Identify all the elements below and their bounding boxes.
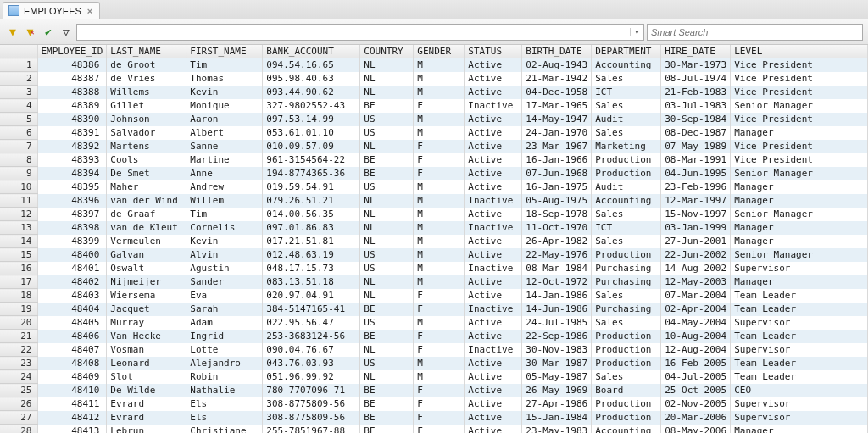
table-row[interactable]: 2248407VosmanLotte090.04.76.67NLFInactiv…: [0, 343, 868, 357]
cell-status[interactable]: Active: [465, 153, 522, 167]
cell-last-name[interactable]: de Graaf: [107, 208, 186, 221]
row-number[interactable]: 25: [0, 384, 37, 397]
row-number[interactable]: 24: [0, 370, 37, 384]
cell-last-name[interactable]: Salvador: [107, 126, 186, 140]
chevron-down-icon[interactable]: ▾: [630, 28, 643, 36]
tab-employees[interactable]: EMPLOYEES ×: [3, 2, 100, 19]
cell-first-name[interactable]: Andrew: [186, 180, 263, 194]
cell-status[interactable]: Active: [465, 397, 522, 411]
cell-country[interactable]: US: [360, 248, 414, 262]
cell-gender[interactable]: M: [414, 180, 465, 194]
cell-level[interactable]: Vice President: [731, 113, 868, 126]
cell-status[interactable]: Active: [465, 58, 522, 72]
cell-birth-date[interactable]: 07-Jun-1968: [522, 167, 592, 180]
table-row[interactable]: 248387de VriesThomas095.98.40.63NLMActiv…: [0, 72, 868, 86]
cell-employee-id[interactable]: 48395: [37, 180, 107, 194]
cell-employee-id[interactable]: 48398: [37, 221, 107, 235]
cell-employee-id[interactable]: 48387: [37, 72, 107, 86]
cell-bank-account[interactable]: 097.01.86.83: [263, 221, 360, 235]
cell-level[interactable]: Supervisor: [731, 411, 868, 425]
cell-level[interactable]: Vice President: [731, 58, 868, 72]
cell-gender[interactable]: M: [414, 262, 465, 275]
cell-gender[interactable]: M: [414, 208, 465, 221]
cell-status[interactable]: Active: [465, 330, 522, 343]
cell-first-name[interactable]: Tim: [186, 208, 263, 221]
table-row[interactable]: 648391SalvadorAlbert053.61.01.10USMActiv…: [0, 126, 868, 140]
cell-first-name[interactable]: Eva: [186, 289, 263, 303]
cell-birth-date[interactable]: 17-Mar-1965: [522, 99, 592, 113]
cell-bank-account[interactable]: 097.53.14.99: [263, 113, 360, 126]
cell-department[interactable]: Production: [592, 248, 661, 262]
cell-department[interactable]: Purchasing: [592, 262, 661, 275]
cell-hire-date[interactable]: 03-Jul-1983: [661, 99, 731, 113]
data-grid[interactable]: EMPLOYEE_ID LAST_NAME FIRST_NAME BANK_AC…: [0, 45, 868, 433]
cell-country[interactable]: NL: [360, 140, 414, 153]
cell-status[interactable]: Active: [465, 370, 522, 384]
cell-hire-date[interactable]: 12-May-2003: [661, 275, 731, 289]
cell-gender[interactable]: F: [414, 397, 465, 411]
cell-first-name[interactable]: Kevin: [186, 86, 263, 99]
cell-last-name[interactable]: Evrard: [107, 397, 186, 411]
cell-birth-date[interactable]: 15-Jan-1984: [522, 411, 592, 425]
search-input[interactable]: [647, 24, 863, 41]
cell-gender[interactable]: F: [414, 411, 465, 425]
table-row[interactable]: 2548410De WildeNathalie780-7707096-71BEF…: [0, 384, 868, 397]
cell-status[interactable]: Inactive: [465, 262, 522, 275]
cell-first-name[interactable]: Sarah: [186, 303, 263, 316]
cell-level[interactable]: Vice President: [731, 140, 868, 153]
row-number[interactable]: 22: [0, 343, 37, 357]
cell-bank-account[interactable]: 093.44.90.62: [263, 86, 360, 99]
cell-status[interactable]: Active: [465, 357, 522, 370]
cell-country[interactable]: NL: [360, 235, 414, 248]
cell-level[interactable]: Team Leader: [731, 289, 868, 303]
cell-status[interactable]: Inactive: [465, 343, 522, 357]
filter-add-icon[interactable]: ▼: [5, 25, 20, 40]
cell-employee-id[interactable]: 48396: [37, 194, 107, 208]
col-department[interactable]: DEPARTMENT: [592, 45, 661, 58]
table-row[interactable]: 148386de GrootTim094.54.16.65NLMActive02…: [0, 58, 868, 72]
cell-hire-date[interactable]: 04-Jul-2005: [661, 370, 731, 384]
cell-employee-id[interactable]: 48390: [37, 113, 107, 126]
cell-bank-account[interactable]: 010.09.57.09: [263, 140, 360, 153]
table-row[interactable]: 1848403WiersemaEva020.97.04.91NLFActive1…: [0, 289, 868, 303]
cell-bank-account[interactable]: 194-8774365-36: [263, 167, 360, 180]
cell-department[interactable]: Sales: [592, 126, 661, 140]
cell-department[interactable]: Accounting: [592, 194, 661, 208]
cell-first-name[interactable]: Cornelis: [186, 221, 263, 235]
cell-first-name[interactable]: Els: [186, 397, 263, 411]
row-number[interactable]: 18: [0, 289, 37, 303]
cell-birth-date[interactable]: 22-May-1976: [522, 248, 592, 262]
row-number[interactable]: 2: [0, 72, 37, 86]
cell-level[interactable]: Senior Manager: [731, 167, 868, 180]
cell-birth-date[interactable]: 12-Oct-1972: [522, 275, 592, 289]
cell-birth-date[interactable]: 30-Mar-1987: [522, 357, 592, 370]
cell-level[interactable]: Senior Manager: [731, 208, 868, 221]
table-row[interactable]: 1348398van de KleutCornelis097.01.86.83N…: [0, 221, 868, 235]
table-row[interactable]: 948394De SmetAnne194-8774365-36BEFActive…: [0, 167, 868, 180]
cell-country[interactable]: NL: [360, 289, 414, 303]
cell-birth-date[interactable]: 16-Jan-1966: [522, 153, 592, 167]
cell-bank-account[interactable]: 043.76.03.93: [263, 357, 360, 370]
cell-level[interactable]: Team Leader: [731, 370, 868, 384]
cell-level[interactable]: Manager: [731, 425, 868, 434]
cell-first-name[interactable]: Thomas: [186, 72, 263, 86]
cell-status[interactable]: Active: [465, 235, 522, 248]
cell-last-name[interactable]: Johnson: [107, 113, 186, 126]
row-number[interactable]: 15: [0, 248, 37, 262]
cell-bank-account[interactable]: 053.61.01.10: [263, 126, 360, 140]
cell-last-name[interactable]: Murray: [107, 316, 186, 330]
cell-last-name[interactable]: de Vries: [107, 72, 186, 86]
cell-birth-date[interactable]: 23-May-1983: [522, 425, 592, 434]
cell-last-name[interactable]: Lebrun: [107, 425, 186, 434]
cell-status[interactable]: Active: [465, 248, 522, 262]
cell-department[interactable]: Accounting: [592, 58, 661, 72]
cell-bank-account[interactable]: 022.95.56.47: [263, 316, 360, 330]
cell-gender[interactable]: M: [414, 357, 465, 370]
cell-first-name[interactable]: Lotte: [186, 343, 263, 357]
cell-employee-id[interactable]: 48409: [37, 370, 107, 384]
row-number[interactable]: 20: [0, 316, 37, 330]
table-row[interactable]: 1448399VermeulenKevin017.21.51.81NLMActi…: [0, 235, 868, 248]
cell-first-name[interactable]: Nathalie: [186, 384, 263, 397]
cell-first-name[interactable]: Aaron: [186, 113, 263, 126]
cell-department[interactable]: Production: [592, 357, 661, 370]
